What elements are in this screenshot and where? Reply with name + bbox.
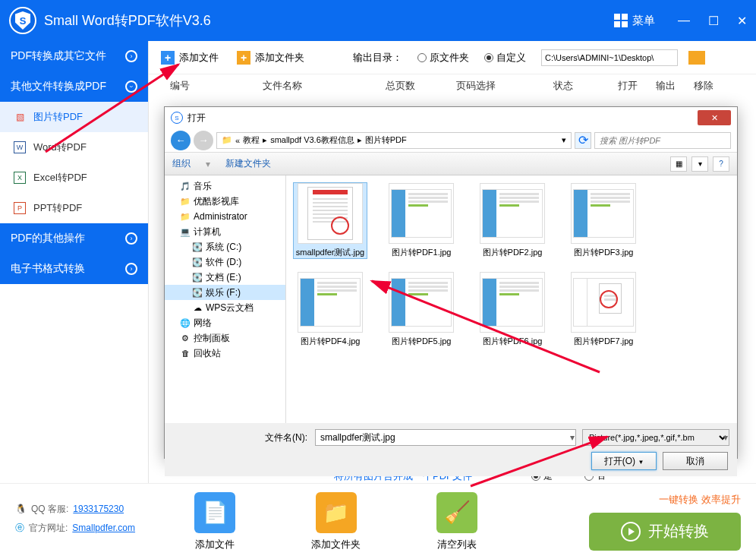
file-name: 图片转PDF1.jpg [392, 247, 452, 258]
file-item[interactable]: 图片转PDF3.jpg [567, 183, 640, 258]
plus-icon: + [237, 51, 250, 65]
footer-add-folder-button[interactable]: 📁 添加文件夹 [311, 492, 361, 551]
qq-link[interactable]: 1933175230 [73, 504, 124, 514]
output-dir-label: 输出目录： [353, 51, 402, 65]
tree-item[interactable]: ⚙控制面板 [165, 330, 285, 346]
tree-icon: ⚙ [180, 333, 191, 343]
sidebar-section-ebook[interactable]: 电子书格式转换 › [0, 254, 148, 284]
tree-icon: 💽 [192, 272, 203, 283]
file-item[interactable]: 图片转PDF4.jpg [294, 272, 367, 347]
close-button[interactable]: ✕ [737, 14, 747, 28]
tree-icon: 🗑 [180, 348, 191, 358]
plus-icon: + [161, 51, 175, 65]
footer-clear-list-button[interactable]: 🧹 清空列表 [436, 492, 477, 551]
dialog-close-button[interactable]: ✕ [698, 110, 731, 125]
sidebar-item-image-to-pdf[interactable]: ▧ 图片转PDF [0, 102, 148, 132]
sidebar-item-excel-to-pdf[interactable]: X Excel转PDF [0, 163, 148, 193]
tree-icon: 💽 [192, 257, 203, 267]
folder-icon: 📁 [222, 135, 232, 145]
file-filter-select[interactable]: Picture(*.jpg,*.jpeg,*.gif,*.bm [582, 429, 729, 446]
file-name: smallpdfer测试.jpg [296, 247, 364, 258]
file-item[interactable]: smallpdfer测试.jpg [294, 183, 367, 258]
file-name: 图片转PDF2.jpg [483, 247, 543, 258]
tree-item[interactable]: 🎵音乐 [165, 178, 285, 194]
tree-item[interactable]: 📁优酷影视库 [165, 194, 285, 209]
tree-icon: 💻 [180, 226, 191, 237]
tree-item[interactable]: 💽系统 (C:) [165, 239, 285, 254]
help-button[interactable]: ? [713, 156, 729, 172]
col-open: 打开 [609, 79, 647, 93]
file-item[interactable]: 图片转PDF2.jpg [476, 183, 549, 258]
menu-button[interactable]: 菜单 [614, 14, 655, 28]
file-item[interactable]: 图片转PDF1.jpg [385, 183, 458, 258]
file-open-dialog: S 打开 ✕ ← → 📁 « 教程▸ smallpdf V3.6教程信息▸ 图片… [164, 106, 738, 459]
dialog-nav: ← → 📁 « 教程▸ smallpdf V3.6教程信息▸ 图片转PDF ▾ … [165, 128, 737, 153]
file-item[interactable]: 图片转PDF7.jpg [567, 272, 640, 347]
menu-icon [614, 14, 628, 27]
file-thumbnail [480, 183, 545, 244]
start-hint: 一键转换 效率提升 [589, 493, 741, 507]
tree-item[interactable]: 💻计算机 [165, 224, 285, 239]
add-file-button[interactable]: + 添加文件 [161, 51, 219, 65]
organize-button[interactable]: 组织 [172, 157, 191, 170]
file-thumbnail [389, 272, 454, 333]
tree-icon: 💽 [192, 287, 203, 298]
tree-item[interactable]: 📁Administrator [165, 209, 285, 224]
view-mode-button[interactable]: ▦ [670, 156, 687, 172]
add-folder-button[interactable]: + 添加文件夹 [237, 51, 304, 65]
sidebar: PDF转换成其它文件 › 其他文件转换成PDF › ▧ 图片转PDF W Wor… [0, 41, 149, 483]
footer: 🐧 QQ 客服: 1933175230 ⓔ 官方网址: Smallpdfer.c… [0, 483, 756, 559]
radio-original-folder[interactable]: 原文件夹 [417, 51, 469, 65]
file-name: 图片转PDF5.jpg [392, 336, 452, 347]
sidebar-section-pdf-to-other[interactable]: PDF转换成其它文件 › [0, 41, 148, 71]
tree-item[interactable]: 💽娱乐 (F:) [165, 285, 285, 300]
toolbar: + 添加文件 + 添加文件夹 输出目录： 原文件夹 自定义 [149, 41, 756, 74]
breadcrumb-path[interactable]: 📁 « 教程▸ smallpdf V3.6教程信息▸ 图片转PDF ▾ [216, 132, 572, 149]
sidebar-section-other-to-pdf[interactable]: 其他文件转换成PDF › [0, 71, 148, 102]
tree-item[interactable]: ☁WPS云文档 [165, 300, 285, 315]
image-icon: ▧ [14, 111, 26, 123]
filename-input[interactable] [315, 429, 576, 446]
search-input[interactable] [594, 132, 731, 149]
tree-icon: 💽 [192, 242, 203, 252]
sidebar-section-pdf-other-ops[interactable]: PDF的其他操作 › [0, 223, 148, 254]
footer-links: 🐧 QQ 客服: 1933175230 ⓔ 官方网址: Smallpdfer.c… [15, 503, 164, 541]
file-item[interactable]: 图片转PDF6.jpg [476, 272, 549, 347]
radio-custom-folder[interactable]: 自定义 [484, 51, 526, 65]
col-remove: 移除 [685, 79, 723, 93]
browse-folder-button[interactable] [688, 51, 705, 65]
dialog-open-button[interactable]: 打开(O) ▼ [591, 452, 657, 470]
dialog-cancel-button[interactable]: 取消 [663, 452, 728, 470]
file-thumbnail [298, 183, 363, 244]
nav-forward-button[interactable]: → [194, 131, 213, 150]
file-name: 图片转PDF7.jpg [574, 336, 634, 347]
view-dropdown-button[interactable]: ▾ [691, 156, 708, 172]
site-link[interactable]: Smallpdfer.com [72, 523, 135, 533]
tree-item[interactable]: 🌐网络 [165, 315, 285, 330]
tree-item[interactable]: 🗑回收站 [165, 346, 285, 361]
minimize-button[interactable]: — [678, 14, 690, 28]
col-filename: 文件名称 [199, 79, 366, 93]
chevron-icon: › [125, 232, 137, 245]
tree-item[interactable]: 💽文档 (E:) [165, 270, 285, 285]
start-convert-button[interactable]: 开始转换 [589, 513, 741, 551]
maximize-button[interactable]: ☐ [708, 14, 719, 28]
footer-add-file-button[interactable]: 📄 添加文件 [194, 492, 235, 551]
sidebar-item-word-to-pdf[interactable]: W Word转PDF [0, 132, 148, 163]
sidebar-item-ppt-to-pdf[interactable]: P PPT转PDF [0, 193, 148, 223]
col-number: 编号 [161, 79, 199, 93]
new-folder-button[interactable]: 新建文件夹 [225, 157, 271, 170]
tree-icon: 📁 [180, 211, 191, 222]
output-path-input[interactable] [541, 49, 678, 66]
tree-item[interactable]: 💽软件 (D:) [165, 254, 285, 270]
file-item[interactable]: 图片转PDF5.jpg [385, 272, 458, 347]
ie-icon: ⓔ [15, 522, 24, 535]
filename-label: 文件名(N): [265, 431, 307, 444]
nav-back-button[interactable]: ← [171, 131, 191, 150]
file-name: 图片转PDF6.jpg [483, 336, 543, 347]
file-thumbnail [298, 272, 363, 333]
file-list-header: 编号 文件名称 总页数 页码选择 状态 打开 输出 移除 [149, 74, 756, 97]
word-icon: W [14, 141, 26, 153]
excel-icon: X [14, 172, 26, 184]
refresh-button[interactable]: ⟳ [575, 132, 591, 149]
